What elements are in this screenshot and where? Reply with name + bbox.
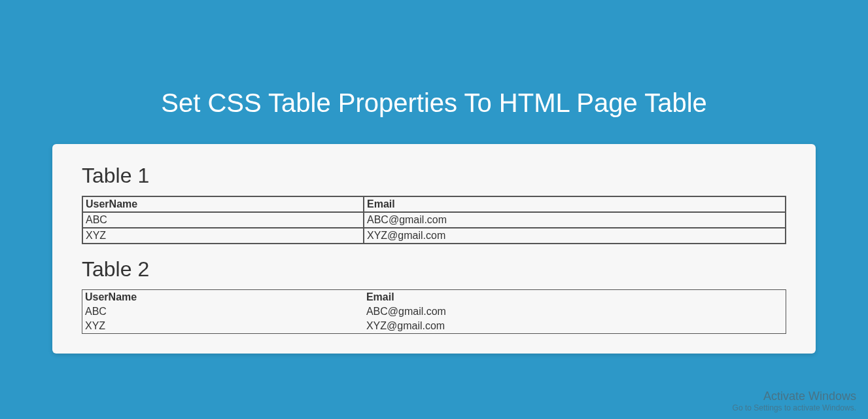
table-row: ABC ABC@gmail.com [82, 212, 786, 228]
table2-title: Table 2 [82, 257, 786, 282]
table1-title: Table 1 [82, 164, 786, 188]
table-cell: XYZ [82, 228, 364, 244]
table-cell: ABC [82, 304, 364, 319]
table-cell: ABC@gmail.com [364, 212, 786, 228]
table-header-row: UserName Email [82, 196, 786, 212]
table-cell: XYZ@gmail.com [364, 228, 786, 244]
watermark-title: Activate Windows [733, 390, 856, 403]
table-cell: ABC [82, 212, 364, 228]
watermark-subtitle: Go to Settings to activate Windows. [733, 403, 856, 412]
table2: UserName Email ABC ABC@gmail.com XYZ XYZ… [82, 289, 786, 334]
table-cell: XYZ [82, 319, 364, 334]
table-row: ABC ABC@gmail.com [82, 304, 786, 319]
windows-activation-watermark: Activate Windows Go to Settings to activ… [733, 390, 856, 412]
table1: UserName Email ABC ABC@gmail.com XYZ XYZ… [82, 196, 786, 244]
table-header-cell: UserName [82, 196, 364, 212]
table-header-cell: Email [364, 290, 786, 305]
table-header-row: UserName Email [82, 290, 786, 305]
table-header-cell: Email [364, 196, 786, 212]
table-header-cell: UserName [82, 290, 364, 305]
table-row: XYZ XYZ@gmail.com [82, 319, 786, 334]
table-cell: ABC@gmail.com [364, 304, 786, 319]
content-card: Table 1 UserName Email ABC ABC@gmail.com… [52, 144, 816, 354]
page-title: Set CSS Table Properties To HTML Page Ta… [0, 0, 868, 144]
table-row: XYZ XYZ@gmail.com [82, 228, 786, 244]
table-cell: XYZ@gmail.com [364, 319, 786, 334]
